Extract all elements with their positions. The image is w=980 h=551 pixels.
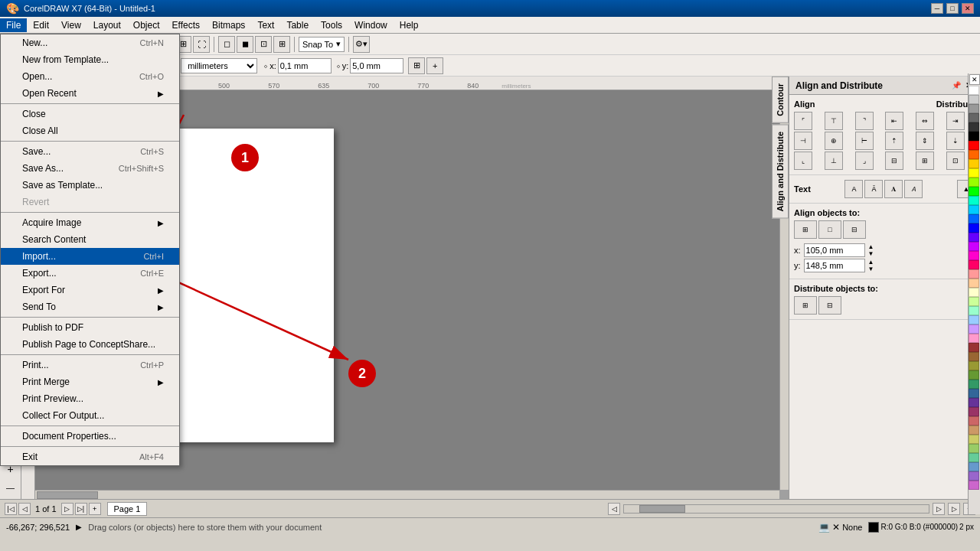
color-swatch-35[interactable] xyxy=(969,407,979,416)
align-mr[interactable]: ⊢ xyxy=(855,132,874,150)
transform-btn[interactable]: ⊞ xyxy=(408,57,425,74)
menu-print-preview[interactable]: Print Preview... xyxy=(1,390,179,407)
color-swatch-3[interactable] xyxy=(969,113,979,122)
h-scrollbar-track[interactable] xyxy=(623,504,929,514)
align-page-btn[interactable]: □ xyxy=(818,220,841,239)
y-up-btn[interactable]: ▲ xyxy=(868,259,874,266)
color-swatch-29[interactable] xyxy=(969,352,979,361)
menu-bitmaps[interactable]: Bitmaps xyxy=(206,18,251,32)
view-btn1[interactable]: ◻ xyxy=(218,36,235,53)
menu-import[interactable]: Import... Ctrl+I xyxy=(1,248,179,265)
align-br[interactable]: ⌟ xyxy=(855,152,874,170)
align-bc[interactable]: ⊥ xyxy=(825,152,843,170)
menu-send-to[interactable]: Send To ▶ xyxy=(1,298,179,315)
menu-open-recent[interactable]: Open Recent ▶ xyxy=(1,85,179,102)
dist-v2[interactable]: ⇕ xyxy=(916,132,934,150)
color-swatch-39[interactable] xyxy=(969,444,979,453)
panel-pin-btn[interactable]: 📌 xyxy=(951,80,962,91)
menu-effects[interactable]: Effects xyxy=(166,18,206,32)
menu-window[interactable]: Window xyxy=(348,18,394,32)
color-swatch-7[interactable] xyxy=(969,150,979,159)
menu-publish-pdf[interactable]: Publish to PDF xyxy=(1,319,179,336)
color-swatch-10[interactable] xyxy=(969,178,979,187)
align-ml[interactable]: ⊣ xyxy=(794,132,812,150)
color-swatch-19[interactable] xyxy=(969,260,979,269)
color-swatch-31[interactable] xyxy=(969,370,979,380)
y-down-btn[interactable]: ▼ xyxy=(868,266,874,272)
color-swatch-13[interactable] xyxy=(969,205,979,214)
color-swatch-34[interactable] xyxy=(969,398,979,407)
maximize-button[interactable]: □ xyxy=(946,3,959,14)
menu-text[interactable]: Text xyxy=(251,18,280,32)
menu-save-as[interactable]: Save As... Ctrl+Shift+S xyxy=(1,160,179,177)
view-btn4[interactable]: ⊞ xyxy=(273,36,290,53)
add-btn[interactable]: + xyxy=(426,57,443,74)
align-bl[interactable]: ⌞ xyxy=(794,152,812,170)
color-swatch-8[interactable] xyxy=(969,159,979,168)
color-swatch-37[interactable] xyxy=(969,425,979,435)
color-swatch-38[interactable] xyxy=(969,435,979,444)
menu-doc-props[interactable]: Document Properties... xyxy=(1,428,179,445)
align-distribute-tab[interactable]: Align and Distribute xyxy=(772,125,789,219)
dist-x3[interactable]: ⊡ xyxy=(946,152,965,170)
x-up-btn[interactable]: ▲ xyxy=(868,243,874,250)
color-swatch-14[interactable] xyxy=(969,214,979,223)
option-btn[interactable]: ⚙▾ xyxy=(353,36,370,53)
menu-acquire[interactable]: Acquire Image ▶ xyxy=(1,214,179,231)
dist-extent-btn[interactable]: ⊟ xyxy=(818,296,841,315)
color-swatch-21[interactable] xyxy=(969,279,979,288)
scrollbar-horizontal[interactable] xyxy=(35,490,779,499)
menu-close[interactable]: Close xyxy=(1,106,179,122)
color-swatch-32[interactable] xyxy=(969,380,979,389)
dist-v3[interactable]: ⇣ xyxy=(946,132,965,150)
menu-table[interactable]: Table xyxy=(280,18,315,32)
menu-export[interactable]: Export... Ctrl+E xyxy=(1,265,179,282)
menu-object[interactable]: Object xyxy=(127,18,166,32)
prev-page-btn[interactable]: ◁ xyxy=(18,503,31,515)
text-align-justify[interactable]: 𝘈 xyxy=(904,180,923,198)
view-btn2[interactable]: ◼ xyxy=(237,36,253,53)
scroll-right-btn[interactable]: ▷ xyxy=(933,503,945,515)
color-swatch-4[interactable] xyxy=(969,122,979,132)
color-swatch-36[interactable] xyxy=(969,416,979,425)
menu-open[interactable]: Open... Ctrl+O xyxy=(1,68,179,85)
text-align-left[interactable]: A xyxy=(844,180,863,198)
align-spread-btn[interactable]: ⊟ xyxy=(843,220,866,239)
color-swatch-24[interactable] xyxy=(969,306,979,315)
menu-print-merge[interactable]: Print Merge ▶ xyxy=(1,373,179,390)
last-page-btn[interactable]: ▷| xyxy=(75,503,87,515)
menu-help[interactable]: Help xyxy=(394,18,425,32)
scroll-left-btn[interactable]: ◁ xyxy=(608,503,620,515)
menu-edit[interactable]: Edit xyxy=(27,18,55,32)
dist-x2[interactable]: ⊞ xyxy=(916,152,934,170)
color-swatch-40[interactable] xyxy=(969,453,979,462)
minus-icon[interactable]: — xyxy=(2,479,19,496)
scroll-expand-btn[interactable]: ▷ xyxy=(948,503,960,515)
color-swatch-16[interactable] xyxy=(969,233,979,242)
units-select[interactable]: millimeters xyxy=(181,58,257,73)
menu-publish-concept[interactable]: Publish Page to ConceptShare... xyxy=(1,336,179,353)
menu-view[interactable]: View xyxy=(55,18,87,32)
color-swatch-18[interactable] xyxy=(969,251,979,260)
y-val-input[interactable] xyxy=(804,259,865,272)
dist-h3[interactable]: ⇥ xyxy=(946,112,965,130)
menu-save[interactable]: Save... Ctrl+S xyxy=(1,143,179,160)
color-swatch-42[interactable] xyxy=(969,471,979,481)
color-swatch-26[interactable] xyxy=(969,324,979,334)
menu-close-all[interactable]: Close All xyxy=(1,122,179,139)
next-page-btn[interactable]: ▷ xyxy=(61,503,74,515)
menu-file[interactable]: File xyxy=(0,18,27,32)
menu-layout[interactable]: Layout xyxy=(87,18,127,32)
menu-new[interactable]: New... Ctrl+N xyxy=(1,34,179,51)
no-color-swatch[interactable]: ✕ xyxy=(969,74,980,85)
menu-exit[interactable]: Exit Alt+F4 xyxy=(1,448,179,465)
dist-active-btn[interactable]: ⊞ xyxy=(794,296,817,315)
view-btn3[interactable]: ⊡ xyxy=(255,36,272,53)
menu-collect-output[interactable]: Collect For Output... xyxy=(1,407,179,424)
color-swatch-25[interactable] xyxy=(969,315,979,324)
close-button[interactable]: ✕ xyxy=(962,3,974,14)
color-swatch-11[interactable] xyxy=(969,187,979,196)
menu-print[interactable]: Print... Ctrl+P xyxy=(1,357,179,373)
align-tc[interactable]: ⊤ xyxy=(825,112,843,130)
color-swatch-1[interactable] xyxy=(969,95,979,104)
